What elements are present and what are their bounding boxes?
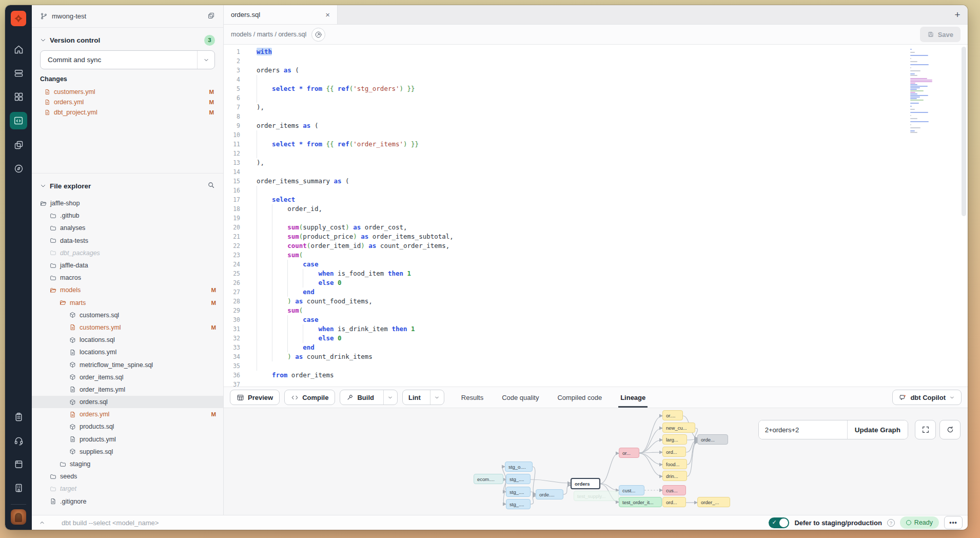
lineage-node-or[interactable]: or... (619, 448, 639, 458)
line-number: 14 (224, 167, 240, 177)
environments-icon[interactable] (12, 67, 25, 79)
changed-file-row[interactable]: orders.ymlM (32, 97, 223, 107)
dbt-copilot-button[interactable]: dbt Copilot (892, 390, 962, 405)
tree-item-order-items-yml[interactable]: order_items.yml (32, 383, 223, 396)
tree-item-orders-sql[interactable]: orders.sql (32, 396, 223, 408)
overflow-menu-button[interactable]: ••• (944, 516, 963, 529)
clipboard-icon[interactable] (12, 411, 25, 423)
tree-item-analyses[interactable]: analyses (32, 222, 223, 234)
commit-options-caret[interactable] (197, 51, 214, 69)
code-area[interactable]: withorders as ( select * from {{ ref('st… (248, 45, 968, 387)
commit-and-sync-button[interactable]: Commit and sync (40, 50, 215, 69)
lineage-node-ord[interactable]: ord... (662, 447, 686, 457)
dbt-logo[interactable] (11, 11, 26, 26)
changed-file-row[interactable]: dbt_project.ymlM (32, 107, 223, 118)
update-graph-button[interactable]: Update Graph (847, 420, 908, 439)
tree-item-products-sql[interactable]: products.sql (32, 420, 223, 433)
save-button[interactable]: Save (920, 27, 961, 42)
lineage-node-stg[interactable]: stg_.... (506, 474, 531, 484)
tree-item-dbt-packages[interactable]: dbt_packages (32, 247, 223, 259)
expand-command-bar-icon[interactable] (37, 517, 47, 528)
tree-item-orders-yml[interactable]: orders.ymlM (32, 408, 223, 420)
lineage-node-order[interactable]: order_... (697, 497, 730, 507)
lineage-node-stgo[interactable]: stg_o.... (505, 462, 533, 472)
lineage-node-cus[interactable]: cus... (662, 485, 686, 495)
defer-toggle[interactable]: ✓ (769, 517, 789, 528)
lineage-node-ord[interactable]: ord... (662, 497, 686, 507)
tree-item-products-yml[interactable]: products.yml (32, 433, 223, 446)
branch-header[interactable]: mwong-test (32, 5, 223, 28)
file-explorer-header[interactable]: File explorer (40, 180, 215, 192)
file-tree: jaffle-shop.githubanalysesdata-testsdbt_… (32, 195, 223, 515)
lineage-node-cust[interactable]: cust... (619, 485, 644, 495)
tree-item-customers-sql[interactable]: customers.sql (32, 309, 223, 321)
docs-book-icon[interactable] (12, 458, 25, 470)
tree-item-locations-sql[interactable]: locations.sql (32, 334, 223, 346)
tab-compiled-code[interactable]: Compiled code (557, 387, 602, 408)
tree-item-marts[interactable]: martsM (32, 297, 223, 309)
lineage-filter-input[interactable] (759, 420, 847, 439)
user-avatar[interactable] (11, 509, 26, 525)
lineage-node-larg[interactable]: larg... (662, 434, 687, 445)
lineage-node-orde[interactable]: orde.... (536, 489, 563, 499)
tab-orders-sql[interactable]: orders.sql × (224, 5, 338, 24)
changed-file-row[interactable]: customers.ymlM (32, 87, 223, 97)
tree-item-customers-yml[interactable]: customers.ymlM (32, 321, 223, 334)
tree-item-staging[interactable]: staging (32, 458, 223, 470)
lineage-node-newcu[interactable]: new_cu... (662, 422, 695, 433)
org-building-icon[interactable] (12, 482, 25, 494)
home-icon[interactable] (12, 43, 25, 55)
tree-item-data-tests[interactable]: data-tests (32, 235, 223, 247)
lineage-node-stg[interactable]: stg_.... (506, 499, 531, 509)
tree-item-models[interactable]: modelsM (32, 284, 223, 296)
tree-item-jaffle-shop[interactable]: jaffle-shop (32, 197, 223, 209)
tree-item-locations-yml[interactable]: locations.yml (32, 346, 223, 358)
scrollbar-thumb[interactable] (962, 47, 966, 216)
version-control-header[interactable]: Version control 3 (40, 34, 215, 46)
lineage-node-stg[interactable]: stg_.... (506, 487, 531, 497)
lineage-node-drin[interactable]: drin... (662, 471, 687, 481)
lineage-node-testorderit[interactable]: test_order_it... (619, 497, 662, 507)
lineage-node-or[interactable]: or.... (662, 410, 683, 420)
close-tab-icon[interactable]: × (325, 11, 330, 18)
tree-item-target[interactable]: target (32, 483, 223, 495)
tab-code-quality[interactable]: Code quality (502, 387, 539, 408)
tree-item--github[interactable]: .github (32, 209, 223, 222)
command-input[interactable]: dbt build --select <model_name> (62, 519, 159, 527)
tree-item-supplies-sql[interactable]: supplies.sql (32, 446, 223, 458)
build-options-caret[interactable] (383, 390, 397, 405)
tree-item-jaffle-data[interactable]: jaffle-data (32, 259, 223, 272)
fullscreen-button[interactable] (915, 420, 936, 439)
build-button[interactable]: Build (340, 390, 398, 405)
info-icon[interactable]: ? (887, 519, 895, 527)
tree-item-seeds[interactable]: seeds (32, 470, 223, 483)
lint-options-caret[interactable] (430, 390, 444, 405)
lineage-node-orders[interactable]: orders (571, 478, 600, 489)
lineage-node-food[interactable]: food... (662, 459, 687, 469)
copy-windows-icon[interactable] (12, 139, 25, 151)
lineage-node-ecom[interactable]: ecom.... (474, 474, 503, 484)
commit-history-icon[interactable] (207, 12, 215, 21)
compile-button[interactable]: Compile (284, 390, 335, 405)
apps-grid-icon[interactable] (12, 90, 25, 103)
lint-button[interactable]: Lint (402, 390, 444, 405)
tab-lineage[interactable]: Lineage (620, 387, 645, 408)
lineage-node-orde[interactable]: orde... (697, 434, 728, 445)
tree-item-order-items-sql[interactable]: order_items.sql (32, 371, 223, 383)
view-lineage-icon[interactable] (311, 28, 325, 42)
explore-compass-icon[interactable] (12, 162, 25, 175)
ide-active-icon[interactable] (10, 112, 27, 129)
tree-item-macros[interactable]: macros (32, 272, 223, 284)
minimap[interactable] (910, 49, 942, 133)
refresh-button[interactable] (939, 420, 961, 439)
tree-item-metricflow-time-spine-sql[interactable]: metricflow_time_spine.sql (32, 358, 223, 371)
tab-results[interactable]: Results (461, 387, 483, 408)
support-headset-icon[interactable] (12, 434, 25, 447)
preview-button[interactable]: Preview (230, 390, 280, 405)
editor-scrollbar[interactable] (962, 47, 966, 385)
new-tab-button[interactable]: + (947, 5, 968, 24)
lineage-node-testsupply[interactable]: test_supply... (574, 491, 619, 501)
code-editor[interactable]: 1234567891011121314151617181920212223242… (224, 45, 968, 387)
tree-item--gitignore[interactable]: .gitignore (32, 495, 223, 508)
file-search-icon[interactable] (207, 181, 215, 190)
